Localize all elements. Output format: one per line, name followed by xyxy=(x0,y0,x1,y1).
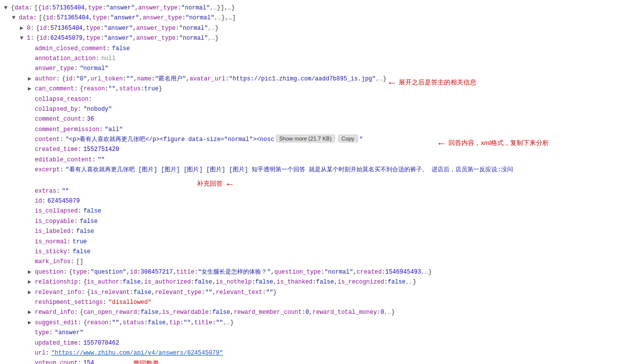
suggest-edit-toggle[interactable]: ▶ xyxy=(28,318,35,328)
is-normal-line: is_normal : true xyxy=(4,237,617,247)
question-toggle[interactable]: ▶ xyxy=(28,267,35,277)
item-1-toggle[interactable]: ▼ xyxy=(20,33,27,43)
show-more-button[interactable]: Show more (21.7 KB) xyxy=(276,135,335,143)
reward-info-line: ▶ reward_info : { can_open_reward : fals… xyxy=(4,307,617,317)
item-0-toggle[interactable]: ▶ xyxy=(20,23,27,33)
can-comment-toggle[interactable]: ▶ xyxy=(28,84,35,94)
root-toggle[interactable]: ▼ xyxy=(4,3,11,13)
voteup-arrow: ← xyxy=(96,358,106,364)
collapse-reason-line: collapse_reason : xyxy=(4,94,617,104)
is-labeled-line: is_labeled : false xyxy=(4,226,617,236)
can-comment-line: ▶ can_comment : { reason : "" , status :… xyxy=(4,84,617,94)
voteup-count-line: voteup_count : 154 ← 赞同数量 xyxy=(4,358,617,364)
root-line: ▼ { data : [{ id : 571365404 , type : "a… xyxy=(4,3,617,13)
created-time-line: created_time : 1552751420 xyxy=(4,145,617,154)
data-array-line: ▼ data : [{ id : 571365404 , type : "ans… xyxy=(4,13,617,23)
excerpt-line: excerpt : "看有人喜欢就再更几张吧 [图片] [图片] [图片] [图… xyxy=(4,165,617,175)
author-line: ▶ author : { id : "0" , url_token : "" ,… xyxy=(4,74,617,84)
voteup-annotation-text: 赞同数量 xyxy=(133,358,159,364)
content-line: content : "<p>看有人喜欢就再更几张吧</p><figure dat… xyxy=(4,135,617,145)
suggest-edit-line: ▶ suggest_edit : { reason : "" , status … xyxy=(4,318,617,328)
answer-type-line: answer_type : "normal" xyxy=(4,64,617,73)
data-key: data xyxy=(19,13,33,23)
admin-closed-comment-line: admin_closed_comment : false xyxy=(4,44,617,54)
item-0-line: ▶ 0 : { id : 571365404 , type : "answer"… xyxy=(4,23,617,33)
comment-count-line: comment_count : 36 xyxy=(4,114,617,124)
question-line: ▶ question : { type : "question" , id : … xyxy=(4,267,617,277)
collapsed-by-line: collapsed_by : "nobody" xyxy=(4,104,617,114)
voteup-annotation: 赞同数量 xyxy=(133,358,159,364)
relationship-toggle[interactable]: ▶ xyxy=(28,277,35,287)
type-line: type : "answer" xyxy=(4,328,617,338)
updated-time-line: updated_time : 1557070462 xyxy=(4,338,617,348)
id-line: id : 624545079 xyxy=(4,196,617,206)
root-data-key: data xyxy=(14,3,29,13)
is-copyable-line: is_copyable : false xyxy=(4,217,617,226)
comment-permission-line: comment_permission : "all" xyxy=(4,125,617,135)
json-viewer: ▼ { data : [{ id : 571365404 , type : "a… xyxy=(0,0,621,364)
url-line: url : "https://www.zhihu.com/api/v4/answ… xyxy=(4,348,617,358)
excerpt-annotation-container: 补充回答 ← xyxy=(28,175,617,186)
reshipment-settings-line: reshipment_settings : "disallowed" xyxy=(4,297,617,307)
data-array-toggle[interactable]: ▼ xyxy=(12,13,19,23)
author-toggle[interactable]: ▶ xyxy=(28,74,35,84)
is-sticky-line: is_sticky : false xyxy=(4,247,617,257)
relationship-line: ▶ relationship : { is_author : false , i… xyxy=(4,277,617,287)
editable-content-line: editable_content : "" xyxy=(4,155,617,165)
relevant-info-toggle[interactable]: ▶ xyxy=(28,288,35,297)
item-1-line: ▼ 1 : { id : 624545079 , type : "answer"… xyxy=(4,33,617,43)
extras-line: extras : "" xyxy=(4,186,617,196)
url-value[interactable]: "https://www.zhihu.com/api/v4/answers/62… xyxy=(51,348,223,358)
root-brace: { xyxy=(11,3,14,13)
reward-info-toggle[interactable]: ▶ xyxy=(28,307,35,317)
copy-button[interactable]: Copy xyxy=(338,135,358,143)
annotation-action-line: annotation_action : null xyxy=(4,54,617,64)
relevant-info-line: ▶ relevant_info : { is_relevant : false … xyxy=(4,288,617,297)
mark-infos-line: mark_infos : [] xyxy=(4,257,617,267)
is-collapsed-line: is_collapsed : false xyxy=(4,206,617,216)
